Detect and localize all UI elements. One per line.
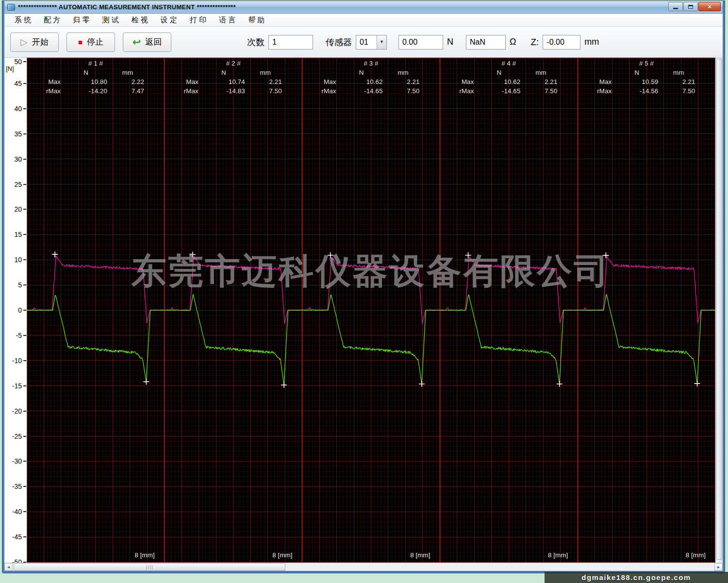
- count-label: 次数: [247, 36, 265, 48]
- site-watermark: dgmaike188.cn.goepe.com: [545, 572, 728, 583]
- sensor-dropdown-button[interactable]: ▼: [377, 35, 386, 49]
- sensor-select[interactable]: 01 ▼: [356, 35, 387, 50]
- chart-region: [N] 50454035302520151050-5-10-15-20-25-3…: [4, 58, 723, 563]
- menu-view[interactable]: 检 视: [125, 14, 154, 26]
- menu-language[interactable]: 语 言: [213, 14, 242, 26]
- titlebar[interactable]: *************** AUTOMATIC MEASUREMENT IN…: [4, 1, 723, 14]
- resistance-readout-input[interactable]: [466, 35, 506, 50]
- back-button-label: 返回: [145, 36, 162, 48]
- maximize-button[interactable]: [683, 2, 698, 11]
- plot-area: 东莞市迈科仪器设备有限公司 # 1 # N mm Max 10.80 2.22 …: [27, 58, 715, 563]
- y-tick-label: -40: [7, 508, 22, 516]
- z-unit-label: mm: [584, 37, 599, 47]
- menu-print[interactable]: 打 印: [183, 14, 213, 26]
- return-arrow-icon: ↩: [132, 37, 141, 47]
- y-tick-label: -25: [7, 433, 22, 440]
- window-controls: ×: [668, 2, 721, 11]
- start-button-label: 开始: [32, 36, 49, 48]
- y-tick-label: -45: [7, 533, 22, 541]
- menu-system[interactable]: 系 统: [8, 14, 37, 26]
- menu-settings[interactable]: 设 定: [154, 14, 183, 26]
- force-unit-label: N: [447, 37, 453, 47]
- y-tick-label: -20: [7, 407, 22, 415]
- horizontal-scrollbar[interactable]: ◄ ►: [4, 563, 723, 571]
- menu-zero[interactable]: 归 零: [66, 14, 96, 26]
- y-axis-unit-label: [N]: [6, 65, 14, 72]
- toolbar: ▷ 开始 ■ 停止 ↩ 返回 次数 传感器 01 ▼ N: [4, 27, 723, 58]
- minimize-button[interactable]: [668, 2, 683, 11]
- menu-help[interactable]: 帮 助: [242, 14, 271, 26]
- y-tick-label: 25: [7, 181, 22, 188]
- y-tick-label: 10: [7, 256, 22, 264]
- start-button[interactable]: ▷ 开始: [10, 33, 59, 52]
- y-tick-label: -10: [7, 357, 22, 365]
- y-tick-label: 30: [7, 155, 22, 163]
- maximize-icon: [688, 5, 693, 9]
- scrollbar-grip-icon: [146, 565, 153, 569]
- stop-button[interactable]: ■ 停止: [66, 33, 115, 52]
- z-label: Z:: [530, 37, 539, 48]
- left-arrow-icon: ◄: [7, 565, 11, 569]
- y-tick-label: 45: [7, 80, 22, 87]
- menubar: 系 统 配 方 归 零 测 试 检 视 设 定 打 印 语 言 帮 助: [4, 14, 723, 27]
- y-tick-label: -5: [7, 332, 22, 339]
- play-icon: ▷: [20, 37, 28, 47]
- site-watermark-text: dgmaike188.cn.goepe.com: [581, 573, 691, 582]
- z-readout-input[interactable]: [543, 35, 580, 50]
- scrollbar-thumb[interactable]: [14, 563, 285, 571]
- y-tick-label: -15: [7, 382, 22, 390]
- right-arrow-icon: ►: [717, 565, 721, 569]
- stop-icon: ■: [78, 38, 83, 46]
- app-window: *************** AUTOMATIC MEASUREMENT IN…: [2, 1, 725, 573]
- force-readout-input[interactable]: [398, 35, 443, 50]
- menu-test[interactable]: 测 试: [96, 14, 125, 26]
- close-button[interactable]: ×: [698, 2, 721, 11]
- app-icon: [7, 4, 15, 11]
- y-tick-label: 5: [7, 281, 22, 289]
- close-icon: ×: [708, 3, 711, 10]
- back-button[interactable]: ↩ 返回: [123, 33, 171, 52]
- count-input[interactable]: [268, 35, 313, 50]
- chart-canvas: [27, 58, 715, 563]
- y-tick-label: 0: [7, 306, 22, 314]
- y-tick-label: 20: [7, 205, 22, 213]
- y-axis: [N] 50454035302520151050-5-10-15-20-25-3…: [4, 58, 27, 563]
- scroll-left-arrow[interactable]: ◄: [4, 563, 13, 571]
- y-tick-label: 40: [7, 105, 22, 113]
- y-tick-label: 35: [7, 130, 22, 138]
- scrollbar-track[interactable]: [13, 563, 714, 571]
- scroll-right-arrow[interactable]: ►: [714, 563, 723, 571]
- y-tick-label: -30: [7, 457, 22, 465]
- chevron-down-icon: ▼: [380, 40, 384, 44]
- vertical-scrollbar[interactable]: [715, 58, 723, 563]
- y-tick-label: -35: [7, 483, 22, 490]
- window-title: *************** AUTOMATIC MEASUREMENT IN…: [18, 3, 236, 11]
- sensor-selected-value: 01: [356, 35, 377, 49]
- vertical-scrollbar-thumb[interactable]: [716, 59, 722, 560]
- watermark-text: 东莞市迈科仪器设备有限公司: [132, 248, 611, 295]
- sensor-label: 传感器: [326, 36, 352, 48]
- stop-button-label: 停止: [87, 36, 103, 48]
- resistance-unit-label: Ω: [510, 37, 516, 47]
- y-tick-label: 15: [7, 231, 22, 238]
- y-tick-label: 50: [7, 58, 22, 66]
- minimize-icon: [673, 8, 678, 9]
- menu-recipe[interactable]: 配 方: [37, 14, 66, 26]
